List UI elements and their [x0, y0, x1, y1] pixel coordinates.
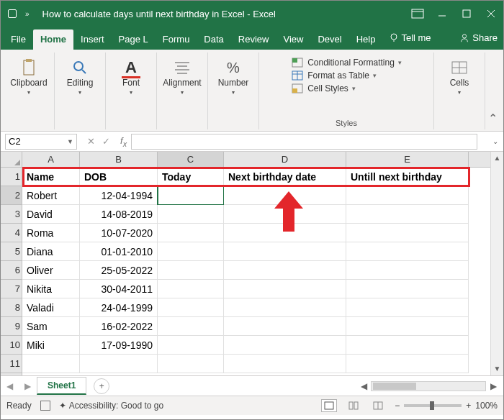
cell-E10[interactable]: [346, 336, 469, 355]
cell-E4[interactable]: [346, 224, 469, 242]
col-header-B[interactable]: B: [80, 152, 158, 167]
view-page-break-icon[interactable]: [370, 399, 386, 412]
tab-insert[interactable]: Insert: [73, 29, 112, 50]
close-icon[interactable]: [479, 1, 503, 27]
cell-D7[interactable]: [224, 280, 346, 298]
cell-E11[interactable]: [346, 355, 469, 373]
formula-input[interactable]: [131, 134, 477, 150]
cell-C3[interactable]: [158, 205, 224, 224]
cell-B7[interactable]: 30-04-2011: [80, 280, 158, 298]
cell-B8[interactable]: 24-04-1999: [80, 298, 158, 317]
cell-B5[interactable]: 01-01-2010: [80, 242, 158, 261]
tab-developer[interactable]: Devel: [310, 29, 348, 50]
select-all-corner[interactable]: [1, 152, 22, 168]
view-page-layout-icon[interactable]: [346, 399, 361, 412]
maximize-icon[interactable]: [454, 1, 479, 27]
autosave-chevron-icon[interactable]: »: [25, 10, 30, 18]
sheet-nav-next-icon[interactable]: ▶: [19, 381, 37, 391]
cell-A11[interactable]: [22, 355, 80, 373]
cell-E1[interactable]: Untill next birthday: [346, 168, 469, 186]
cell-A2[interactable]: Robert: [22, 186, 80, 205]
tab-data[interactable]: Data: [197, 29, 230, 50]
cell-E3[interactable]: [346, 205, 469, 224]
cell-B10[interactable]: 17-09-1990: [80, 336, 158, 355]
autosave-icon[interactable]: [8, 9, 17, 18]
cell-B9[interactable]: 16-02-2022: [80, 317, 158, 336]
col-header-A[interactable]: A: [22, 152, 80, 167]
row-header-5[interactable]: 5: [1, 242, 22, 261]
cell-A5[interactable]: Diana: [22, 242, 80, 261]
row-header-1[interactable]: 1: [1, 168, 22, 186]
cell-A4[interactable]: Roma: [22, 224, 80, 242]
editing-button[interactable]: Editing▾: [60, 55, 99, 99]
accessibility-status[interactable]: ✦Accessibility: Good to go: [59, 401, 163, 411]
cell-D2[interactable]: [224, 186, 346, 205]
cancel-formula-icon[interactable]: ✕: [87, 136, 95, 147]
cell-A9[interactable]: Sam: [22, 317, 80, 336]
tab-page-layout[interactable]: Page L: [112, 29, 156, 50]
cells-button[interactable]: Cells▾: [440, 55, 479, 99]
cell-C8[interactable]: [158, 298, 224, 317]
cell-C1[interactable]: Today: [158, 168, 224, 186]
cell-A6[interactable]: Oliver: [22, 261, 80, 280]
cell-E7[interactable]: [346, 280, 469, 298]
row-header-2[interactable]: 2: [1, 186, 22, 205]
cell-D6[interactable]: [224, 261, 346, 280]
row-header-8[interactable]: 8: [1, 298, 22, 317]
fx-icon[interactable]: fx: [120, 135, 127, 148]
tab-help[interactable]: Help: [349, 29, 383, 50]
minimize-icon[interactable]: [430, 1, 454, 27]
cell-D11[interactable]: [224, 355, 346, 373]
cell-D5[interactable]: [224, 242, 346, 261]
column-headers[interactable]: A B C D E: [22, 152, 490, 168]
cell-D1[interactable]: Next birthday date: [224, 168, 346, 186]
cell-C11[interactable]: [158, 355, 224, 373]
cell-C7[interactable]: [158, 280, 224, 298]
spreadsheet-grid[interactable]: A B C D E 1 2 3 4 5 6 7 8 9 10 11 Name D…: [1, 152, 503, 376]
format-as-table-button[interactable]: Format as Table ▾: [291, 70, 377, 81]
col-header-E[interactable]: E: [346, 152, 469, 167]
tab-file[interactable]: File: [4, 29, 33, 50]
cell-B4[interactable]: 10-07-2020: [80, 224, 158, 242]
cell-A10[interactable]: Miki: [22, 336, 80, 355]
zoom-level[interactable]: 100%: [475, 401, 498, 411]
cell-E5[interactable]: [346, 242, 469, 261]
zoom-slider[interactable]: [404, 404, 462, 407]
cell-C6[interactable]: [158, 261, 224, 280]
collapse-ribbon-icon[interactable]: ⌃: [485, 52, 500, 129]
tab-home[interactable]: Home: [33, 29, 73, 50]
cell-C9[interactable]: [158, 317, 224, 336]
horizontal-scrollbar[interactable]: [371, 381, 486, 391]
cell-A3[interactable]: David: [22, 205, 80, 224]
cell-C2[interactable]: [158, 186, 224, 205]
row-header-10[interactable]: 10: [1, 336, 22, 355]
alignment-button[interactable]: Alignment▾: [163, 55, 202, 99]
zoom-in-button[interactable]: +: [466, 401, 471, 411]
tellme-button[interactable]: Tell me: [382, 29, 436, 50]
row-header-9[interactable]: 9: [1, 317, 22, 336]
cell-B2[interactable]: 12-04-1994: [80, 186, 158, 205]
accept-formula-icon[interactable]: ✓: [102, 136, 110, 147]
zoom-out-button[interactable]: −: [395, 401, 400, 411]
cell-A1[interactable]: Name: [22, 168, 80, 186]
macro-record-icon[interactable]: [40, 401, 50, 411]
sheet-nav-prev-icon[interactable]: ◀: [1, 381, 19, 391]
row-header-6[interactable]: 6: [1, 261, 22, 280]
cell-A7[interactable]: Nikita: [22, 280, 80, 298]
cell-B11[interactable]: [80, 355, 158, 373]
conditional-formatting-button[interactable]: Conditional Formatting ▾: [291, 57, 402, 68]
cell-B1[interactable]: DOB: [80, 168, 158, 186]
row-header-11[interactable]: 11: [1, 355, 22, 373]
cell-D8[interactable]: [224, 298, 346, 317]
add-sheet-button[interactable]: +: [94, 378, 109, 394]
tab-review[interactable]: Review: [231, 29, 276, 50]
cell-E8[interactable]: [346, 298, 469, 317]
tab-formulas[interactable]: Formu: [156, 29, 197, 50]
sheet-tab-sheet1[interactable]: Sheet1: [37, 377, 86, 395]
col-header-C[interactable]: C: [158, 152, 224, 167]
number-button[interactable]: %Number▾: [214, 55, 253, 99]
cell-B6[interactable]: 25-05-2022: [80, 261, 158, 280]
cell-C10[interactable]: [158, 336, 224, 355]
cell-D10[interactable]: [224, 336, 346, 355]
cell-D9[interactable]: [224, 317, 346, 336]
